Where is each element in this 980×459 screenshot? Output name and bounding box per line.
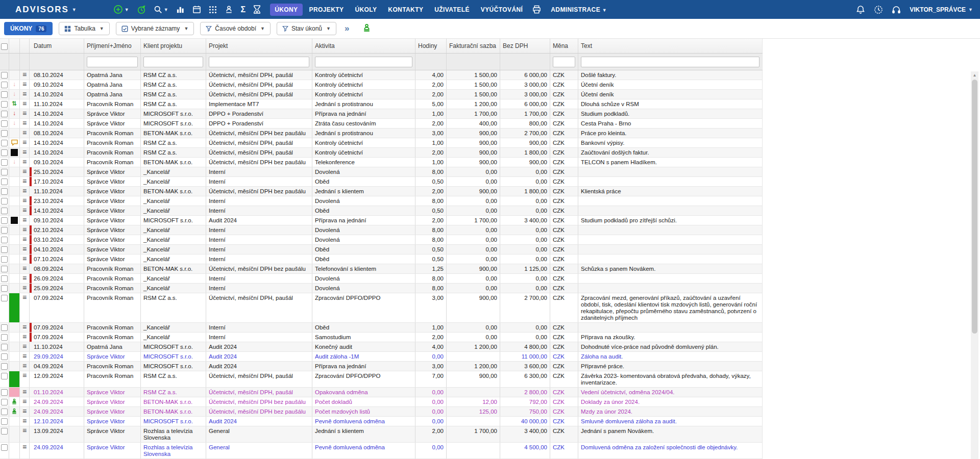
row-menu-icon[interactable]: ≡ (22, 71, 27, 80)
vertical-scrollbar[interactable]: ▲ (971, 71, 978, 459)
table-row[interactable]: ≡14.10.2024Pracovník RomanRSM CZ a.s.Úče… (0, 138, 763, 148)
menu-item-vyuctovani[interactable]: VYÚČTOVÁNÍ (476, 4, 527, 16)
column-header-hours[interactable]: Hodiny (415, 39, 447, 53)
table-row[interactable]: ≡01.10.2024Správce ViktorRSM CZ a.s.Účet… (0, 388, 763, 397)
timesheet-button[interactable] (253, 5, 261, 14)
table-row[interactable]: ≡03.10.2024Správce Viktor_KancelářIntern… (0, 235, 763, 245)
row-menu-icon[interactable]: ≡ (22, 226, 27, 235)
row-menu-icon[interactable]: ≡ (22, 158, 27, 167)
table-row[interactable]: ≡11.10.2024Opatrná JanaMICROSOFT s.r.o.A… (0, 342, 763, 352)
row-menu-icon[interactable]: ≡ (22, 362, 27, 371)
table-row[interactable]: ≡07.10.2024Správce Viktor_KancelářIntern… (0, 254, 763, 264)
row-checkbox[interactable] (1, 409, 8, 415)
app-logo[interactable]: ADVISORS ▼ (15, 5, 78, 15)
row-checkbox[interactable] (1, 256, 8, 263)
table-row[interactable]: ≡29.09.2024Správce ViktorMICROSOFT s.r.o… (0, 352, 763, 362)
row-checkbox[interactable] (1, 188, 8, 195)
filter-input-client[interactable] (143, 57, 203, 67)
row-checkbox[interactable] (1, 389, 8, 396)
row-menu-icon[interactable]: ≡ (22, 427, 27, 442)
column-header-amount[interactable]: Bez DPH (500, 39, 550, 53)
scrollbar-thumb[interactable] (972, 80, 977, 334)
table-row[interactable]: ↓≡14.10.2024Správce ViktorMICROSOFT s.r.… (0, 119, 763, 129)
user-menu[interactable]: VIKTOR_SPRÁVCE ▼ (910, 6, 973, 13)
row-menu-icon[interactable]: ≡ (22, 100, 27, 109)
table-row[interactable]: ≡25.10.2024Správce Viktor_KancelářIntern… (0, 167, 763, 177)
row-checkbox[interactable] (1, 363, 8, 370)
table-row[interactable]: ≡14.10.2024Pracovník RomanRSM CZ a.s.Úče… (0, 148, 763, 158)
column-header-date[interactable]: Datum (30, 39, 84, 53)
column-header-menu[interactable] (20, 39, 30, 53)
table-row[interactable]: ≡12.09.2024Pracovník RomanRSM CZ a.s.Úče… (0, 371, 763, 388)
filter-input-project[interactable] (209, 57, 309, 67)
row-checkbox[interactable] (1, 418, 8, 425)
support-button[interactable] (892, 5, 901, 14)
column-header-flag[interactable] (9, 39, 20, 53)
table-row[interactable]: ≡07.09.2024Pracovník Roman_KancelářInter… (0, 323, 763, 333)
row-menu-icon[interactable]: ≡ (22, 129, 27, 138)
row-menu-icon[interactable]: ≡ (22, 343, 27, 351)
row-checkbox[interactable] (1, 111, 8, 117)
table-row[interactable]: ≡11.10.2024Správce ViktorBETON-MAK s.r.o… (0, 187, 763, 196)
row-menu-icon[interactable]: ≡ (22, 274, 27, 283)
row-menu-icon[interactable]: ≡ (22, 443, 27, 458)
table-row[interactable]: ≡17.10.2024Správce Viktor_KancelářIntern… (0, 177, 763, 187)
scroll-up-arrow[interactable]: ▲ (971, 71, 978, 79)
row-checkbox[interactable] (1, 428, 8, 435)
row-checkbox[interactable] (1, 130, 8, 137)
row-checkbox[interactable] (1, 399, 8, 405)
row-menu-icon[interactable]: ≡ (22, 216, 27, 225)
row-checkbox[interactable] (1, 198, 8, 205)
table-row[interactable]: ↓≡14.10.2024Opatrná JanaRSM CZ a.s.Účetn… (0, 90, 763, 99)
table-row[interactable]: ≡23.10.2024Správce Viktor_KancelářIntern… (0, 196, 763, 206)
row-checkbox[interactable] (1, 140, 8, 146)
menu-item-kontakty[interactable]: KONTAKTY (383, 4, 428, 16)
calendar-button[interactable] (192, 5, 201, 14)
search-button[interactable]: ▼ (154, 5, 168, 14)
history-button[interactable] (874, 5, 883, 14)
table-row[interactable]: ≡08.09.2024Pracovník RomanBETON-MAK s.r.… (0, 264, 763, 274)
column-header-cur[interactable]: Měna (550, 39, 578, 53)
column-header-project[interactable]: Projekt (206, 39, 312, 53)
contacts-stamp-button[interactable] (225, 5, 233, 14)
row-checkbox[interactable] (1, 101, 8, 108)
notifications-button[interactable] (856, 5, 865, 14)
row-checkbox[interactable] (1, 169, 8, 175)
row-checkbox[interactable] (1, 217, 8, 224)
row-menu-icon[interactable]: ≡ (22, 352, 27, 361)
menu-item-administrace[interactable]: ADMINISTRACE ▼ (546, 4, 611, 16)
row-checkbox[interactable] (1, 344, 8, 350)
row-checkbox[interactable] (1, 353, 8, 360)
row-checkbox[interactable] (1, 237, 8, 243)
row-menu-icon[interactable]: ≡ (22, 333, 27, 342)
row-checkbox[interactable] (1, 178, 8, 185)
time-period-dropdown[interactable]: Časové období ▼ (200, 22, 271, 35)
column-header-text[interactable]: Text (578, 39, 763, 53)
table-view-dropdown[interactable]: Tabulka ▼ (59, 22, 109, 35)
menu-item-uzivatele[interactable]: UŽIVATELÉ (430, 4, 474, 16)
row-checkbox[interactable] (1, 91, 8, 98)
row-checkbox[interactable] (1, 82, 8, 88)
table-row[interactable]: ≡08.10.2024Opatrná JanaRSM CZ a.s.Účetni… (0, 70, 763, 80)
filter-input-text[interactable] (581, 57, 760, 67)
column-header-name[interactable]: Příjmení+Jméno (84, 39, 141, 53)
menu-item-ukony[interactable]: ÚKONY (270, 4, 302, 16)
row-menu-icon[interactable]: ≡ (22, 245, 27, 254)
row-menu-icon[interactable]: ≡ (22, 110, 27, 118)
filter-input-activity[interactable] (315, 57, 412, 67)
table-row[interactable]: ≡24.09.2024Správce ViktorBETON-MAK s.r.o… (0, 397, 763, 407)
table-row[interactable]: ↓≡09.10.2024Pracovník RomanBETON-MAK s.r… (0, 158, 763, 167)
row-menu-icon[interactable]: ≡ (22, 139, 27, 147)
table-row[interactable]: ≡02.10.2024Správce Viktor_KancelářIntern… (0, 225, 763, 235)
selected-records-dropdown[interactable]: Vybrané záznamy ▼ (116, 22, 194, 35)
row-checkbox[interactable] (1, 227, 8, 234)
table-row[interactable]: ≡07.09.2024Pracovník Roman_KancelářInter… (0, 333, 763, 342)
sum-button[interactable]: Σ (241, 5, 246, 14)
row-checkbox[interactable] (1, 149, 8, 156)
user-filter-button[interactable] (362, 23, 371, 34)
table-row[interactable]: ↓≡14.10.2024Správce ViktorMICROSOFT s.r.… (0, 109, 763, 119)
table-row[interactable]: ≡04.10.2024Správce Viktor_KancelářIntern… (0, 245, 763, 254)
row-menu-icon[interactable]: ≡ (22, 388, 27, 397)
row-menu-icon[interactable]: ≡ (22, 177, 27, 186)
table-row[interactable]: ≡04.09.2024Pracovník RomanMICROSOFT s.r.… (0, 362, 763, 371)
